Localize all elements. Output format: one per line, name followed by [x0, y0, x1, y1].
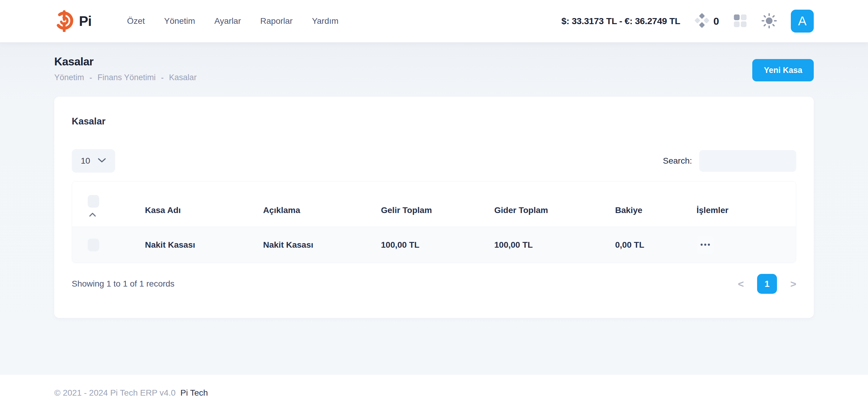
pagination: < 1 >: [738, 274, 796, 294]
pagination-next-button[interactable]: >: [790, 279, 796, 289]
cell-bakiye: 0,00 TL: [615, 227, 696, 263]
company-link[interactable]: Pi Tech: [181, 388, 208, 398]
topbar-right-controls: $: 33.3173 TL - €: 36.2749 TL 0: [561, 10, 814, 33]
table-toolbar: 10 Search:: [72, 149, 796, 173]
nav-item-yonetim[interactable]: Yönetim: [164, 16, 195, 26]
page-footer: © 2021 - 2024 Pi Tech ERP v4.0 Pi Tech: [0, 375, 868, 411]
sort-asc-icon[interactable]: [89, 213, 96, 217]
main-content: Kasalar Yönetim - Finans Yönetimi - Kasa…: [0, 42, 868, 375]
row-select-cell: [72, 227, 145, 263]
column-header-islemler: İşlemler: [696, 181, 796, 227]
card-title: Kasalar: [72, 116, 796, 127]
column-header-kasa-adi[interactable]: Kasa Adı: [145, 181, 263, 227]
page-title: Kasalar: [54, 56, 196, 68]
table-row: Nakit Kasası Nakit Kasası 100,00 TL 100,…: [72, 227, 796, 263]
nav-item-ayarlar[interactable]: Ayarlar: [214, 16, 241, 26]
cell-kasa-adi: Nakit Kasası: [145, 227, 263, 263]
records-summary: Showing 1 to 1 of 1 records: [72, 279, 175, 289]
apps-grid-button[interactable]: [733, 13, 747, 29]
search-box: Search:: [663, 150, 797, 172]
currency-ticker: $: 33.3173 TL - €: 36.2749 TL: [561, 16, 680, 26]
cell-gelir-toplam: 100,00 TL: [381, 227, 494, 263]
column-header-aciklama[interactable]: Açıklama: [263, 181, 381, 227]
cell-gider-toplam: 100,00 TL: [494, 227, 615, 263]
nav-item-yardim[interactable]: Yardım: [312, 16, 338, 26]
ellipsis-icon: [700, 243, 710, 247]
kasalar-card: Kasalar 10 Search:: [54, 97, 814, 318]
search-label: Search:: [663, 156, 692, 166]
new-kasa-button[interactable]: Yeni Kasa: [752, 59, 814, 81]
chevron-down-icon: [98, 158, 106, 164]
grid-icon: [733, 13, 747, 29]
page-title-block: Kasalar Yönetim - Finans Yönetimi - Kasa…: [54, 56, 196, 82]
header-select-cell: [72, 181, 145, 227]
cell-islemler: [696, 227, 796, 263]
main-nav: Özet Yönetim Ayarlar Raporlar Yardım: [127, 16, 338, 26]
page-header: Kasalar Yönetim - Finans Yönetimi - Kasa…: [54, 42, 814, 82]
theme-toggle-button[interactable]: [761, 13, 777, 30]
logo-text: Pi: [79, 13, 91, 29]
copyright-text: © 2021 - 2024 Pi Tech ERP v4.0: [54, 388, 176, 398]
sun-icon: [761, 13, 777, 30]
top-navigation-bar: Pi Özet Yönetim Ayarlar Raporlar Yardım …: [0, 0, 868, 42]
breadcrumb-separator: -: [90, 73, 92, 82]
column-header-gelir-toplam[interactable]: Gelir Toplam: [381, 181, 494, 227]
pagination-page-1-button[interactable]: 1: [757, 274, 777, 294]
page-size-value: 10: [81, 156, 90, 166]
user-avatar[interactable]: A: [791, 10, 814, 33]
breadcrumb-item-kasalar[interactable]: Kasalar: [169, 73, 197, 82]
pagination-prev-button[interactable]: <: [738, 279, 744, 289]
row-actions-button[interactable]: [696, 236, 714, 254]
column-header-bakiye[interactable]: Bakiye: [615, 181, 696, 227]
nav-item-ozet[interactable]: Özet: [127, 16, 145, 26]
notification-count: 0: [713, 15, 719, 27]
diamonds-icon: [694, 13, 710, 30]
breadcrumb-separator: -: [161, 73, 164, 82]
search-input[interactable]: [699, 150, 796, 172]
table-footer: Showing 1 to 1 of 1 records < 1 >: [72, 274, 796, 294]
nav-item-raporlar[interactable]: Raporlar: [260, 16, 293, 26]
breadcrumb-item-finans-yonetimi[interactable]: Finans Yönetimi: [97, 73, 156, 82]
column-header-gider-toplam[interactable]: Gider Toplam: [494, 181, 615, 227]
kasalar-table: Kasa Adı Açıklama Gelir Toplam Gider Top…: [72, 181, 796, 263]
pi-logo-icon: [54, 10, 74, 32]
notifications-widget[interactable]: 0: [694, 13, 719, 30]
table-header-row: Kasa Adı Açıklama Gelir Toplam Gider Top…: [72, 181, 796, 227]
row-checkbox[interactable]: [88, 239, 99, 251]
app-window: Pi Özet Yönetim Ayarlar Raporlar Yardım …: [0, 0, 868, 411]
select-all-checkbox[interactable]: [88, 195, 99, 208]
page-size-select[interactable]: 10: [72, 149, 115, 173]
brand-logo[interactable]: Pi: [54, 10, 91, 32]
breadcrumb: Yönetim - Finans Yönetimi - Kasalar: [54, 73, 196, 82]
cell-aciklama: Nakit Kasası: [263, 227, 381, 263]
breadcrumb-item-yonetim[interactable]: Yönetim: [54, 73, 84, 82]
